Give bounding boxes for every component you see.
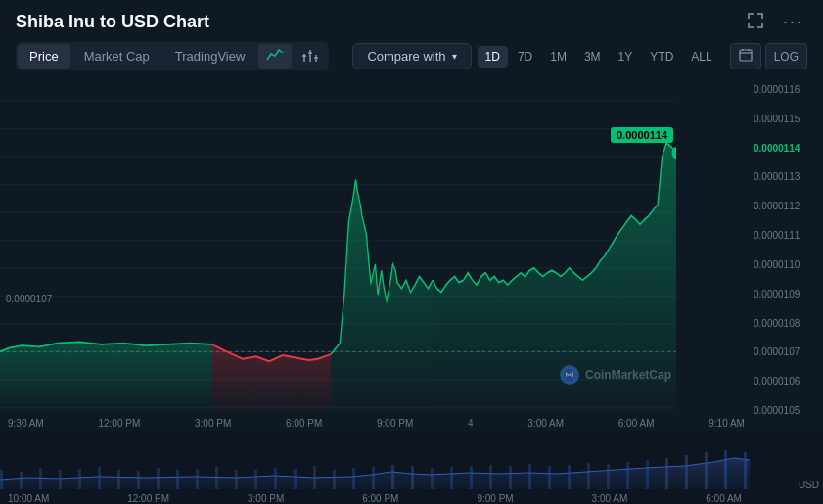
period-3m[interactable]: 3M: [576, 46, 609, 68]
y-label-6: 0.0000110: [754, 259, 819, 270]
extra-buttons: LOG: [730, 43, 807, 69]
x-label-5: 4: [468, 418, 474, 429]
mini-x-3: 6:00 PM: [362, 493, 398, 504]
svg-rect-40: [254, 470, 257, 489]
svg-rect-60: [646, 460, 649, 489]
header: Shiba Inu to USD Chart ···: [0, 0, 823, 38]
mini-chart-container: USD 10:00 AM 12:00 PM 3:00 PM 6:00 PM 9:…: [0, 431, 823, 504]
svg-rect-41: [274, 468, 277, 489]
mini-x-4: 9:00 PM: [477, 493, 513, 504]
chevron-down-icon: ▾: [452, 51, 457, 62]
svg-rect-50: [450, 467, 453, 489]
svg-rect-51: [470, 466, 473, 489]
svg-rect-27: [0, 470, 3, 489]
x-label-0: 9:30 AM: [8, 418, 44, 429]
svg-rect-45: [352, 468, 355, 489]
x-label-3: 6:00 PM: [286, 418, 322, 429]
svg-rect-33: [117, 470, 120, 489]
svg-rect-57: [587, 463, 590, 489]
svg-rect-53: [509, 466, 512, 489]
mini-x-0: 10:00 AM: [8, 493, 49, 504]
y-label-4: 0.0000112: [754, 201, 819, 211]
svg-rect-59: [626, 462, 629, 489]
svg-point-26: [564, 369, 576, 382]
period-ytd[interactable]: YTD: [642, 46, 681, 68]
svg-rect-52: [489, 465, 492, 489]
mini-x-5: 3:00 AM: [592, 493, 628, 504]
usd-label: USD: [799, 480, 819, 490]
chart-type-tabs: Price Market Cap TradingView: [16, 42, 329, 70]
x-label-4: 9:00 PM: [377, 418, 413, 429]
svg-rect-63: [705, 452, 708, 489]
svg-rect-56: [568, 465, 571, 489]
tab-price[interactable]: Price: [18, 44, 70, 69]
app-container: Shiba Inu to USD Chart ··· Price Market …: [0, 0, 823, 504]
svg-rect-38: [215, 467, 218, 489]
compare-label: Compare with: [367, 49, 445, 64]
calendar-button[interactable]: [730, 43, 761, 69]
y-label-11: 0.0000105: [754, 405, 819, 416]
svg-rect-37: [196, 469, 199, 489]
mini-x-6: 6:00 AM: [706, 493, 742, 504]
svg-rect-43: [313, 466, 316, 489]
y-label-3: 0.0000113: [754, 171, 819, 182]
page-title: Shiba Inu to USD Chart: [16, 12, 209, 32]
svg-rect-65: [744, 452, 747, 489]
svg-rect-32: [98, 467, 101, 489]
volume-chart-svg: [0, 431, 750, 489]
toolbar: Price Market Cap TradingView Compare wit…: [0, 38, 823, 76]
line-chart-icon[interactable]: [258, 44, 292, 69]
x-label-2: 3:00 PM: [195, 418, 231, 429]
svg-rect-55: [548, 466, 551, 489]
svg-rect-44: [333, 470, 336, 489]
period-1m[interactable]: 1M: [542, 46, 574, 68]
mini-x-2: 3:00 PM: [248, 493, 284, 504]
compare-button[interactable]: Compare with ▾: [352, 43, 471, 69]
tab-marketcap[interactable]: Market Cap: [72, 44, 161, 69]
period-7d[interactable]: 7D: [510, 46, 540, 68]
svg-rect-64: [724, 450, 727, 489]
tab-tradingview[interactable]: TradingView: [163, 44, 257, 69]
y-label-1: 0.0000115: [754, 114, 819, 124]
header-icons: ···: [744, 10, 807, 34]
y-label-0: 0.0000116: [754, 84, 819, 95]
expand-button[interactable]: [744, 11, 767, 34]
svg-rect-61: [665, 458, 668, 489]
svg-rect-49: [431, 468, 434, 489]
period-1d[interactable]: 1D: [478, 46, 508, 68]
svg-rect-47: [391, 465, 394, 489]
y-label-8: 0.0000108: [754, 318, 819, 329]
y-label-2: 0.0000114: [754, 143, 819, 154]
period-tabs: 1D 7D 1M 3M 1Y YTD ALL: [478, 46, 720, 68]
watermark: CoinMarketCap: [560, 365, 671, 385]
period-1y[interactable]: 1Y: [611, 46, 641, 68]
y-axis: 0.0000116 0.0000115 0.0000114 0.0000113 …: [750, 76, 823, 416]
svg-rect-34: [137, 471, 140, 489]
more-button[interactable]: ···: [779, 10, 807, 34]
watermark-text: CoinMarketCap: [585, 368, 671, 382]
y-label-10: 0.0000106: [754, 376, 819, 387]
svg-rect-46: [372, 467, 375, 489]
svg-rect-48: [411, 466, 414, 489]
y-label-5: 0.0000111: [754, 230, 819, 241]
bar-chart-icon[interactable]: [294, 44, 327, 69]
mini-x-1: 12:00 PM: [127, 493, 169, 504]
chart-main: 0.0000114 0.0000107 CoinMarketCap: [0, 76, 750, 416]
x-label-8: 9:10 AM: [709, 418, 745, 429]
svg-rect-29: [39, 468, 42, 489]
svg-rect-42: [294, 469, 297, 489]
x-label-6: 3:00 AM: [527, 418, 564, 429]
svg-rect-58: [607, 464, 610, 489]
period-all[interactable]: ALL: [683, 46, 719, 68]
log-button[interactable]: LOG: [765, 43, 807, 69]
svg-rect-62: [685, 455, 688, 489]
x-axis: 9:30 AM 12:00 PM 3:00 PM 6:00 PM 9:00 PM…: [0, 416, 823, 431]
reference-price-label: 0.0000107: [6, 294, 52, 304]
x-label-7: 6:00 AM: [618, 418, 655, 429]
svg-rect-36: [176, 470, 179, 489]
mini-x-axis: 10:00 AM 12:00 PM 3:00 PM 6:00 PM 9:00 P…: [0, 493, 750, 504]
x-label-1: 12:00 PM: [98, 418, 140, 429]
svg-rect-39: [235, 470, 238, 489]
svg-rect-31: [78, 469, 81, 489]
y-label-9: 0.0000107: [754, 346, 819, 357]
